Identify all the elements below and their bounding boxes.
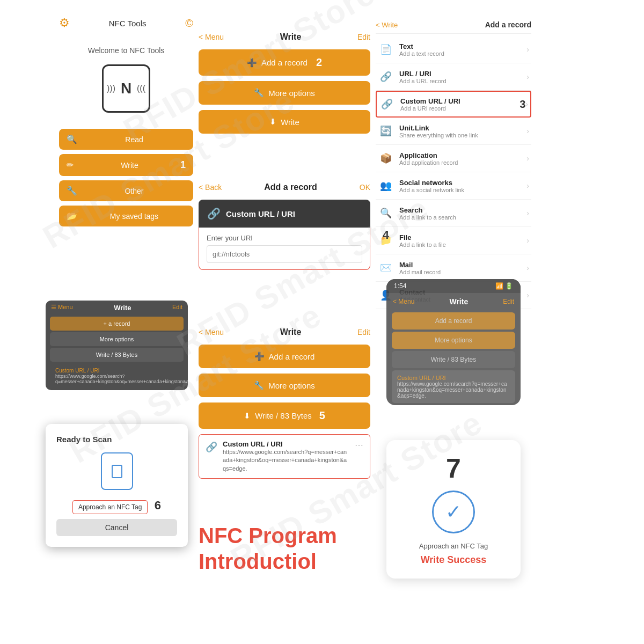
uri-input[interactable] bbox=[207, 245, 362, 263]
add-record-button-2[interactable]: ➕ Add a record bbox=[199, 345, 370, 368]
menu-back-link-1[interactable]: < Menu bbox=[199, 33, 224, 41]
saved-icon: 📂 bbox=[67, 211, 77, 221]
nfc-n-letter: N bbox=[121, 80, 131, 97]
checkmark-icon: ✓ bbox=[445, 501, 462, 523]
record-item-custom-url[interactable]: 🔗 Custom URL / URI Add a URI record 3 › bbox=[376, 91, 531, 118]
home-screen: ⚙ NFC Tools © Welcome to NFC Tools ))) N… bbox=[59, 16, 193, 231]
edit-link-2[interactable]: Edit bbox=[357, 328, 370, 336]
approach-nfc-tag-label: Approach an NFC Tag bbox=[72, 500, 148, 514]
custom-url-screen: < Back Add a record OK 🔗 Custom URL / UR… bbox=[199, 182, 370, 270]
record-item-file[interactable]: 📁 File Add a link to a file › bbox=[376, 227, 531, 254]
ok-link[interactable]: OK bbox=[360, 183, 370, 192]
write-button[interactable]: ✏ Write 1 bbox=[59, 154, 193, 176]
small-write-btn: Write / 83 Bytes bbox=[50, 348, 184, 362]
record-item-application[interactable]: 📦 Application Add application record › bbox=[376, 145, 531, 172]
record-item-social[interactable]: 👥 Social networks Add a social network l… bbox=[376, 172, 531, 200]
custom-url-icon: 🔗 bbox=[207, 207, 221, 220]
phone-write-bytes: Write / 83 Bytes bbox=[392, 351, 515, 368]
record-item-search[interactable]: 🔍 Search Add a link to a search › bbox=[376, 200, 531, 227]
scan-overlay: Ready to Scan Approach an NFC Tag 6 Canc… bbox=[46, 424, 188, 547]
right-phone-screen: 1:54 📶 🔋 < Menu Write Edit Add a record … bbox=[386, 279, 521, 405]
chevron-right-icon-10: › bbox=[526, 291, 529, 299]
approach-nfc-text: Approach an NFC Tag bbox=[397, 542, 510, 550]
chevron-right-icon-7: › bbox=[526, 209, 529, 217]
record-dots-icon: ⋯ bbox=[355, 440, 363, 450]
add-record-title: Add a record bbox=[485, 20, 531, 29]
search-icon: 🔍 bbox=[378, 205, 394, 221]
read-button[interactable]: 🔍 Read bbox=[59, 129, 193, 150]
download-icon-2: ⬇ bbox=[244, 411, 251, 421]
read-icon: 🔍 bbox=[67, 134, 77, 144]
step-5-badge: 5 bbox=[319, 409, 325, 422]
url-record-icon: 🔗 bbox=[378, 69, 394, 85]
scan-phone-icon bbox=[101, 452, 133, 490]
write-nav-1: < Menu Write Edit bbox=[199, 32, 370, 42]
small-record: Custom URL / URI https://www.google.com/… bbox=[50, 363, 184, 389]
write-screen-1: < Menu Write Edit ➕ Add a record 2 🔧 Mor… bbox=[199, 32, 370, 139]
chevron-right-icon-4: › bbox=[526, 127, 529, 135]
nfc-waves-right-icon: ((( bbox=[137, 84, 145, 93]
step-7-badge: 7 bbox=[397, 453, 510, 484]
write-bytes-button[interactable]: ⬇ Write / 83 Bytes 5 bbox=[199, 402, 370, 429]
chevron-right-icon-5: › bbox=[526, 154, 529, 163]
chevron-right-icon-2: › bbox=[526, 72, 529, 81]
add-record-button-1[interactable]: ➕ Add a record 2 bbox=[199, 49, 370, 76]
saved-tags-button[interactable]: 📂 My saved tags bbox=[59, 206, 193, 226]
back-link-custom[interactable]: < Back bbox=[199, 183, 222, 192]
social-icon: 👥 bbox=[378, 178, 394, 194]
phone-status-bar: 1:54 📶 🔋 bbox=[386, 279, 521, 293]
record-item-text[interactable]: 📄 Text Add a text record › bbox=[376, 36, 531, 63]
record-preview: 🔗 Custom URL / URI https://www.google.co… bbox=[199, 434, 370, 479]
small-add-btn: + a record bbox=[50, 317, 184, 331]
write-title-1: Write bbox=[280, 32, 302, 42]
chevron-right-icon-8: › bbox=[526, 236, 529, 245]
record-item-mail[interactable]: ✉️ Mail Add mail record › bbox=[376, 254, 531, 282]
record-item-url[interactable]: 🔗 URL / URI Add a URL record › bbox=[376, 63, 531, 91]
record-preview-icon: 🔗 bbox=[206, 441, 217, 453]
more-options-button-1[interactable]: 🔧 More options bbox=[199, 81, 370, 105]
other-button[interactable]: 🔧 Other bbox=[59, 180, 193, 201]
app-title: NFC Tools bbox=[109, 19, 147, 28]
write-button-1[interactable]: ⬇ Write bbox=[199, 110, 370, 134]
top-bar: ⚙ NFC Tools © bbox=[59, 16, 193, 30]
step-6-badge: 6 bbox=[155, 499, 161, 512]
small-more-btn: More options bbox=[50, 332, 184, 346]
success-screen: 7 ✓ Approach an NFC Tag Write Success bbox=[386, 440, 521, 579]
write-title-2: Write bbox=[280, 327, 302, 337]
plus-icon-2: ➕ bbox=[254, 352, 265, 361]
chevron-right-icon-9: › bbox=[526, 264, 529, 272]
intro-text: NFC Program Introductiol bbox=[199, 523, 337, 574]
scan-title: Ready to Scan bbox=[56, 435, 177, 444]
cancel-button[interactable]: Cancel bbox=[56, 519, 177, 536]
coin-icon[interactable]: © bbox=[185, 17, 193, 30]
menu-back-link-2[interactable]: < Menu bbox=[199, 328, 224, 336]
chevron-right-icon-3: › bbox=[525, 100, 528, 108]
write-back-link[interactable]: < Write bbox=[376, 21, 398, 29]
phone-more-options: More options bbox=[392, 332, 515, 349]
edit-link-1[interactable]: Edit bbox=[357, 33, 370, 41]
nfc-icon: ))) N ((( bbox=[102, 64, 150, 113]
plus-icon-1: ➕ bbox=[247, 58, 257, 68]
unitlink-icon: 🔄 bbox=[378, 123, 394, 139]
phone-record-preview: Custom URL / URI https://www.google.com/… bbox=[392, 370, 515, 403]
write-nav-2: < Menu Write Edit bbox=[199, 327, 370, 337]
add-record-nav: < Write Add a record bbox=[376, 16, 531, 34]
step-4-badge: 4 bbox=[383, 228, 389, 242]
text-record-icon: 📄 bbox=[378, 41, 394, 57]
record-item-unitlink[interactable]: 🔄 Unit.Link Share everything with one li… bbox=[376, 118, 531, 145]
gear-icon[interactable]: ⚙ bbox=[59, 16, 70, 30]
write-icon: ✏ bbox=[67, 160, 74, 170]
more-options-button-2[interactable]: 🔧 More options bbox=[199, 374, 370, 397]
small-nav: ☰ Menu Write Edit bbox=[46, 301, 188, 315]
welcome-text: Welcome to NFC Tools bbox=[59, 46, 193, 55]
chevron-right-icon-6: › bbox=[526, 181, 529, 190]
mail-icon: ✉️ bbox=[378, 260, 394, 276]
uri-label: Enter your URI bbox=[207, 234, 362, 242]
other-icon: 🔧 bbox=[67, 186, 77, 196]
wrench-icon-2: 🔧 bbox=[254, 380, 264, 390]
write-screen-2: < Menu Write Edit ➕ Add a record 🔧 More … bbox=[199, 327, 370, 479]
add-record-panel: < Write Add a record 📄 Text Add a text r… bbox=[376, 16, 531, 309]
custom-url-nav-title: Add a record bbox=[264, 182, 317, 192]
phone-add-record: Add a record bbox=[392, 312, 515, 330]
success-circle: ✓ bbox=[432, 491, 475, 533]
